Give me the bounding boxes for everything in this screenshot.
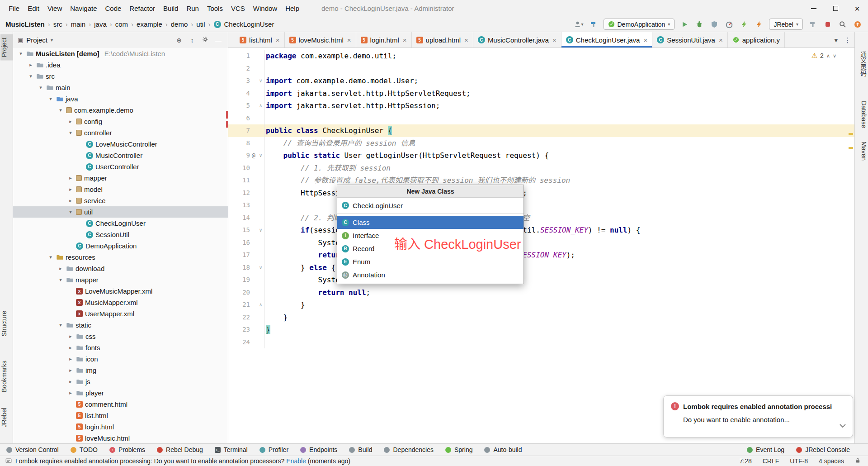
close-tab-icon[interactable]: × [643, 36, 647, 44]
profiler-button[interactable] [724, 19, 734, 30]
breadcrumb-java[interactable]: java [94, 20, 107, 28]
tool-button-terminal[interactable]: >_Terminal [215, 446, 248, 453]
chevron-right-icon[interactable]: ▸ [67, 390, 74, 396]
code-line-22[interactable]: 22 } [228, 311, 854, 324]
code-line-5[interactable]: 5∧import jakarta.servlet.http.HttpSessio… [228, 100, 854, 112]
jrebel-run-button[interactable] [739, 19, 749, 30]
tool-button-build[interactable]: Build [349, 446, 372, 453]
hide-panel-button[interactable]: — [213, 37, 223, 44]
tree-item-musiclisten-demo-[interactable]: ▾MusicListen [demo]E:\code\MusicListen [13, 48, 228, 59]
code-line-7[interactable]: 7public class CheckLoginUser { [228, 124, 854, 137]
breadcrumb-util[interactable]: util [196, 20, 205, 28]
breadcrumb-com[interactable]: com [115, 20, 128, 28]
tree-item-java[interactable]: ▾java [13, 93, 228, 105]
chevron-right-icon[interactable]: ▸ [57, 266, 64, 271]
chevron-down-icon[interactable]: ▾ [47, 96, 54, 102]
menu-navigate[interactable]: Navigate [66, 5, 101, 12]
fold-marker-icon[interactable]: ∧ [257, 299, 264, 311]
tree-item-musiccontroller[interactable]: CMusicController [13, 150, 228, 161]
tool-button-endpoints[interactable]: Endpoints [300, 446, 337, 453]
menu-tools[interactable]: Tools [203, 5, 227, 12]
build-hammer-button[interactable] [589, 19, 599, 30]
jrebel-select[interactable]: JRebel ▾ [769, 19, 803, 30]
tree-item--idea[interactable]: ▸.idea [13, 59, 228, 71]
editor-tab-login-html[interactable]: 5login.html× [356, 32, 412, 48]
stop-button[interactable] [823, 19, 833, 30]
code-line-24[interactable]: 24 [228, 336, 854, 349]
code-line-4[interactable]: 4import jakarta.servlet.http.HttpServlet… [228, 87, 854, 100]
tree-item-controller[interactable]: ▾controller [13, 127, 228, 138]
code-line-8[interactable]: 8 // 查询当前登录用户的 session 信息 [228, 137, 854, 150]
chevron-down-icon[interactable]: ▾ [57, 322, 64, 328]
tree-item-com-example-demo[interactable]: ▾com.example.demo [13, 105, 228, 116]
tree-item-icon[interactable]: ▸icon [13, 353, 228, 365]
tree-item-src[interactable]: ▾src [13, 71, 228, 82]
chevron-right-icon[interactable]: ▸ [67, 356, 74, 362]
readonly-lock-icon[interactable] [855, 457, 861, 465]
code-line-6[interactable]: 6 [228, 112, 854, 125]
chevron-down-icon[interactable]: ▾ [51, 38, 53, 43]
tree-item-sessionutil[interactable]: CSessionUtil [13, 229, 228, 240]
build-project-button[interactable] [808, 19, 818, 30]
tool-tab-maven[interactable]: Maven [856, 142, 868, 161]
fold-marker-icon[interactable]: ∨ [257, 75, 264, 87]
chevron-right-icon[interactable]: ▸ [67, 186, 74, 192]
tree-item-musicmapper-xml[interactable]: xMusicMapper.xml [13, 297, 228, 308]
tree-item-img[interactable]: ▸img [13, 365, 228, 376]
tree-item-mapper[interactable]: ▾mapper [13, 274, 228, 285]
menu-window[interactable]: Window [249, 5, 281, 12]
tree-item-main[interactable]: ▾main [13, 82, 228, 93]
tool-button-rebel-debug[interactable]: Rebel Debug [157, 446, 203, 453]
editor-tab-lovemusic-html[interactable]: 5loveMusic.html× [285, 32, 356, 48]
close-tab-icon[interactable]: × [552, 36, 557, 44]
editor-tab-application-y[interactable]: application.y [728, 32, 785, 48]
indent-config[interactable]: 4 spaces [819, 457, 844, 465]
tree-item-fonts[interactable]: ▸fonts [13, 342, 228, 353]
close-tab-icon[interactable]: × [464, 36, 468, 44]
editor-tab-musiccontroller-java[interactable]: CMusicController.java× [473, 32, 561, 48]
breadcrumb-class[interactable]: CheckLoginUser [224, 20, 274, 28]
menu-edit[interactable]: Edit [24, 5, 43, 12]
code-line-10[interactable]: 10 // 1. 先获取到 session [228, 162, 854, 175]
tree-item-list-html[interactable]: 5list.html [13, 410, 228, 421]
maximize-button[interactable] [825, 0, 846, 17]
editor-tab-list-html[interactable]: 5list.html× [235, 32, 285, 48]
code-line-15[interactable]: 15∨ if(session != null && session.getAtt… [228, 224, 854, 237]
jrebel-debug-button[interactable] [754, 19, 764, 30]
tool-button-auto-build[interactable]: Auto-build [484, 446, 522, 453]
code-line-17[interactable]: 17 return (User)session.getAttribute(Ses… [228, 249, 854, 262]
chevron-right-icon[interactable]: ▸ [67, 119, 74, 124]
menu-code[interactable]: Code [101, 5, 125, 12]
tool-tab-jrebel[interactable]: JRebel [0, 404, 13, 431]
tool-button-event-log[interactable]: Event Log [747, 446, 784, 453]
tree-item-service[interactable]: ▸service [13, 195, 228, 206]
code-line-16[interactable]: 16 System.out.println("获取用户登录信息成功"); [228, 237, 854, 249]
coverage-button[interactable] [709, 19, 719, 30]
tool-button-problems[interactable]: !Problems [109, 446, 145, 453]
chevron-right-icon[interactable]: ▸ [28, 62, 34, 68]
close-tab-icon[interactable]: × [347, 36, 351, 44]
tree-item-lovemusiccontroller[interactable]: CLoveMusicController [13, 138, 228, 150]
chevron-right-icon[interactable]: ▸ [67, 379, 74, 385]
tree-item-config[interactable]: ▸config [13, 116, 228, 127]
tree-item-download[interactable]: ▸download [13, 263, 228, 274]
chevron-down-icon[interactable]: ▾ [57, 107, 64, 113]
popup-option-class[interactable]: CClass [337, 216, 524, 229]
code-line-21[interactable]: 21∧ } [228, 299, 854, 311]
editor-tab-checkloginuser-java[interactable]: CCheckLoginUser.java× [561, 32, 653, 48]
fold-marker-icon[interactable]: ∨ [257, 149, 264, 162]
update-indicator[interactable] [853, 19, 863, 30]
tool-tab-structure[interactable]: Structure [0, 308, 13, 340]
chevron-right-icon[interactable]: ▸ [67, 198, 74, 204]
code-line-19[interactable]: 19 System.out.println("获取用户登录信息失败"); [228, 274, 854, 286]
menu-build[interactable]: Build [159, 5, 182, 12]
tree-item-mapper[interactable]: ▸mapper [13, 172, 228, 184]
fold-marker-icon[interactable]: ∧ [257, 100, 264, 112]
prev-problem-icon[interactable]: ∧ [826, 53, 830, 59]
menu-file[interactable]: File [5, 5, 24, 12]
code-line-13[interactable]: 13 [228, 199, 854, 212]
chevron-right-icon[interactable]: ▸ [67, 367, 74, 373]
locate-file-button[interactable]: ⊕ [174, 37, 184, 44]
chevron-right-icon[interactable]: ▸ [67, 175, 74, 181]
tree-item-static[interactable]: ▾static [13, 319, 228, 331]
